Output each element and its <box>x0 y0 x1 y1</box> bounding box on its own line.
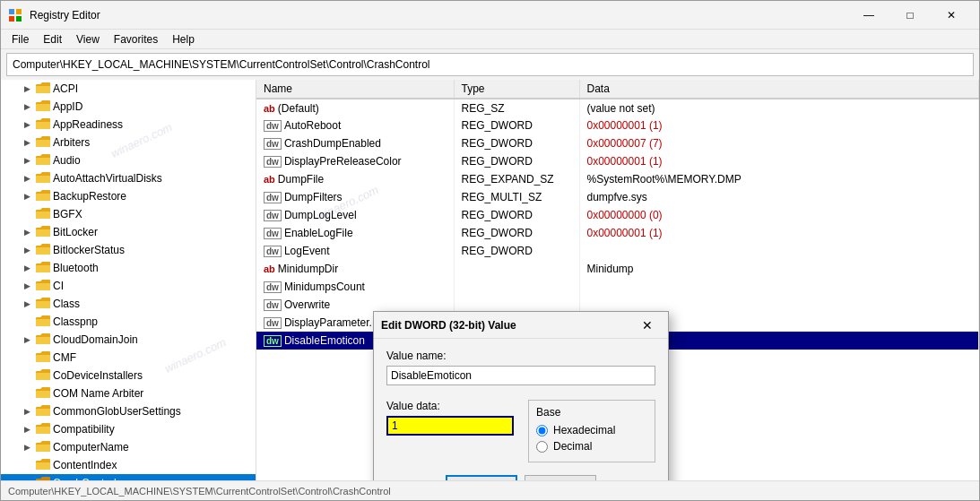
folder-icon-clouddomainjoin <box>36 333 50 346</box>
tree-label-contentindex: ContentIndex <box>53 459 117 471</box>
tree-item-contentindex[interactable]: ContentIndex <box>1 456 256 474</box>
svg-rect-5 <box>36 104 50 111</box>
tree-item-bgfx[interactable]: BGFX <box>1 205 256 223</box>
dialog-close-button[interactable]: ✕ <box>634 315 661 336</box>
row-data: 0x00000000 (0) <box>579 206 979 224</box>
maximize-button[interactable]: □ <box>889 1 931 30</box>
row-name: dwLogEvent <box>256 242 454 260</box>
row-data: 0x00000001 (1) <box>579 152 979 170</box>
table-row[interactable]: abDumpFile REG_EXPAND_SZ %SystemRoot%\ME… <box>256 170 979 188</box>
tree-label-ci: CI <box>53 280 64 292</box>
row-data <box>579 242 979 260</box>
svg-rect-16 <box>36 301 50 308</box>
folder-icon-classpnp <box>36 315 50 328</box>
folder-icon-bitlockerstatus <box>36 244 50 256</box>
row-type: REG_EXPAND_SZ <box>454 170 579 188</box>
expand-icon-compatibility: ▶ <box>21 423 33 436</box>
address-bar[interactable]: Computer\HKEY_LOCAL_MACHINE\SYSTEM\Curre… <box>6 53 974 76</box>
tree-item-bitlocker[interactable]: ▶ BitLocker <box>1 223 256 241</box>
decimal-radio[interactable] <box>536 441 548 453</box>
col-type: Type <box>454 80 579 99</box>
ok-button[interactable]: OK <box>446 475 517 480</box>
title-bar: Registry Editor — □ ✕ <box>1 1 979 30</box>
tree-item-audio[interactable]: ▶ Audio <box>1 151 256 169</box>
table-row[interactable]: dwAutoReboot REG_DWORD 0x00000001 (1) <box>256 117 979 134</box>
app-icon <box>8 8 22 22</box>
tree-item-crashcontrol[interactable]: ▼ CrashControl <box>1 474 256 480</box>
close-button[interactable]: ✕ <box>931 1 972 30</box>
row-name: dwMinidumpsCount <box>256 278 454 296</box>
hexadecimal-radio[interactable] <box>536 425 548 436</box>
row-type: REG_DWORD <box>454 224 579 242</box>
tree-item-compatibility[interactable]: ▶ Compatibility <box>1 420 256 438</box>
value-name-input[interactable] <box>386 366 655 385</box>
main-content: ▶ ACPI ▶ AppID ▶ AppReadiness <box>1 80 979 480</box>
tree-item-classpnp[interactable]: Classpnp <box>1 313 256 331</box>
svg-rect-3 <box>16 16 22 22</box>
tree-label-audio: Audio <box>53 154 81 167</box>
svg-rect-2 <box>9 16 14 22</box>
value-data-input[interactable] <box>386 416 514 436</box>
menu-view[interactable]: View <box>69 31 107 48</box>
tree-item-appreadiness[interactable]: ▶ AppReadiness <box>1 116 256 134</box>
svg-rect-20 <box>36 373 50 380</box>
expand-icon-arbiters: ▶ <box>21 136 33 149</box>
expand-icon-commonglobuser: ▶ <box>21 405 33 418</box>
dialog-buttons: OK Cancel <box>386 475 655 480</box>
dialog-body: Value name: Value data: Base Hexadecimal <box>374 339 668 480</box>
value-name-label: Value name: <box>386 350 655 362</box>
expand-icon-bluetooth: ▶ <box>21 262 33 274</box>
tree-label-autoattach: AutoAttachVirtualDisks <box>53 172 162 185</box>
menu-edit[interactable]: Edit <box>36 31 69 48</box>
cancel-button[interactable]: Cancel <box>525 475 596 480</box>
table-row[interactable]: dwCrashDumpEnabled REG_DWORD 0x00000007 … <box>256 134 979 152</box>
row-data <box>579 278 979 296</box>
svg-rect-18 <box>36 337 50 344</box>
decimal-radio-item[interactable]: Decimal <box>536 440 647 453</box>
row-data: 0x00000001 (1) <box>579 117 979 134</box>
tree-item-autoattach[interactable]: ▶ AutoAttachVirtualDisks <box>1 169 256 187</box>
row-data: %SystemRoot%\MEMORY.DMP <box>579 170 979 188</box>
expand-icon-cmf <box>21 351 33 364</box>
tree-item-bitlockerstatus[interactable]: ▶ BitlockerStatus <box>1 241 256 259</box>
table-row[interactable]: dwMinidumpsCount <box>256 278 979 296</box>
minimize-button[interactable]: — <box>848 1 889 30</box>
tree-item-computername[interactable]: ▶ ComputerName <box>1 438 256 456</box>
value-data-label: Value data: <box>386 400 514 412</box>
dialog-title-bar: Edit DWORD (32-bit) Value ✕ <box>374 312 668 339</box>
row-type <box>454 278 579 296</box>
svg-rect-15 <box>36 283 50 290</box>
hexadecimal-radio-item[interactable]: Hexadecimal <box>536 424 647 436</box>
table-row[interactable]: dwDumpLogLevel REG_DWORD 0x00000000 (0) <box>256 206 979 224</box>
expand-icon-appreadiness: ▶ <box>21 118 33 131</box>
svg-rect-7 <box>36 140 50 147</box>
table-row[interactable]: abMinidumpDir Minidump <box>256 260 979 278</box>
menu-file[interactable]: File <box>4 31 36 48</box>
row-data: Minidump <box>579 260 979 278</box>
tree-item-class[interactable]: ▶ Class <box>1 295 256 313</box>
tree-item-arbiters[interactable]: ▶ Arbiters <box>1 134 256 151</box>
tree-label-commonglobuser: CommonGlobUserSettings <box>53 405 181 418</box>
table-row[interactable]: ab(Default) REG_SZ (value not set) <box>256 99 979 117</box>
expand-icon-bitlockerstatus: ▶ <box>21 244 33 256</box>
expand-icon-acpi: ▶ <box>21 82 33 95</box>
table-row[interactable]: dwDumpFilters REG_MULTI_SZ dumpfve.sys <box>256 188 979 206</box>
tree-item-appid[interactable]: ▶ AppID <box>1 98 256 116</box>
table-row[interactable]: dwEnableLogFile REG_DWORD 0x00000001 (1) <box>256 224 979 242</box>
tree-item-comname[interactable]: COM Name Arbiter <box>1 384 256 402</box>
tree-item-acpi[interactable]: ▶ ACPI <box>1 80 256 98</box>
tree-item-ci[interactable]: ▶ CI <box>1 277 256 295</box>
menu-favorites[interactable]: Favorites <box>107 31 165 48</box>
tree-item-codeviceinstallers[interactable]: CoDeviceInstallers <box>1 367 256 384</box>
expand-icon-bitlocker: ▶ <box>21 226 33 238</box>
tree-item-bluetooth[interactable]: ▶ Bluetooth <box>1 259 256 277</box>
tree-item-backuprestore[interactable]: ▶ BackupRestore <box>1 187 256 205</box>
tree-item-commonglobuser[interactable]: ▶ CommonGlobUserSettings <box>1 402 256 420</box>
table-row[interactable]: dwLogEvent REG_DWORD <box>256 242 979 260</box>
tree-item-clouddomainjoin[interactable]: ▶ CloudDomainJoin <box>1 331 256 349</box>
tree-item-cmf[interactable]: CMF <box>1 349 256 367</box>
expand-icon-computername: ▶ <box>21 441 33 453</box>
table-row[interactable]: dwDisplayPreReleaseColor REG_DWORD 0x000… <box>256 152 979 170</box>
menu-help[interactable]: Help <box>165 31 202 48</box>
row-data: (value not set) <box>579 99 979 117</box>
